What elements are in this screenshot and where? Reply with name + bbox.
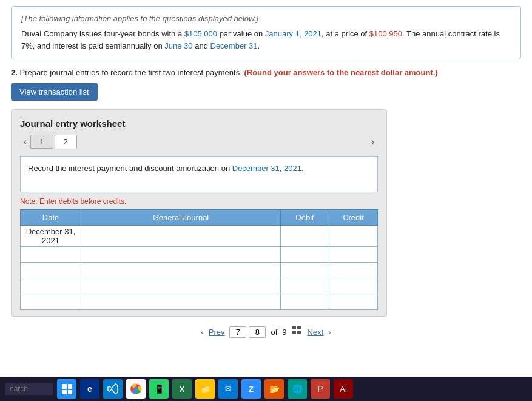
row1-journal[interactable] (81, 226, 281, 247)
tab-2[interactable]: 2 (55, 135, 77, 149)
row5-journal-input[interactable] (85, 297, 277, 306)
row2-debit[interactable] (281, 247, 329, 263)
instruction-text: Record the interest payment and discount… (28, 164, 304, 173)
pagination-row: ‹ Prev of 9 ​ Next › (11, 317, 521, 342)
row2-date (21, 247, 81, 263)
row4-journal-input[interactable] (85, 281, 277, 291)
tabs-row: ‹ 1 2 › (20, 135, 378, 149)
question-bold: (Round your answers to the nearest dolla… (244, 68, 437, 77)
row5-date (21, 294, 81, 310)
date-highlight: January 1, 2021 (265, 29, 322, 38)
question-number: 2. (11, 68, 18, 77)
svg-rect-2 (292, 331, 296, 334)
svg-rect-0 (292, 326, 296, 329)
col-header-debit: Debit (281, 210, 329, 226)
italic-note: [The following information applies to th… (21, 14, 511, 23)
dec-highlight: December 31 (210, 41, 258, 50)
col-header-credit: Credit (329, 210, 378, 226)
tab-1[interactable]: 1 (30, 135, 53, 149)
row2-journal[interactable] (81, 247, 281, 263)
row1-credit-input[interactable] (333, 232, 374, 241)
journal-table: Date General Journal Debit Credit Decemb… (20, 209, 378, 310)
table-row (21, 263, 378, 278)
next-button[interactable]: Next (308, 328, 324, 337)
instruction-box: Record the interest payment and discount… (20, 156, 378, 192)
row3-debit[interactable] (281, 263, 329, 278)
row4-date (21, 278, 81, 294)
row2-credit-input[interactable] (333, 250, 374, 259)
june-highlight: June 30 (164, 41, 192, 50)
row3-journal-input[interactable] (85, 266, 277, 275)
row1-credit[interactable] (329, 226, 378, 247)
row4-debit[interactable] (281, 278, 329, 294)
pag-right-arrow[interactable]: › (328, 328, 331, 337)
row5-debit[interactable] (281, 294, 329, 310)
page-input-group (229, 326, 266, 338)
tab-next-button[interactable]: › (368, 135, 378, 149)
row5-debit-input[interactable] (285, 297, 325, 306)
info-text: Duval Company issues four-year bonds wit… (21, 28, 511, 52)
note-text: Note: Enter debits before credits. (20, 197, 378, 206)
table-row (21, 247, 378, 263)
row4-credit-input[interactable] (333, 281, 374, 291)
svg-rect-1 (297, 326, 301, 329)
worksheet-title: Journal entry worksheet (20, 118, 378, 129)
price-highlight: $100,950 (369, 29, 402, 38)
row2-debit-input[interactable] (285, 250, 325, 259)
table-row (21, 278, 378, 294)
row3-credit-input[interactable] (333, 266, 374, 275)
row5-journal[interactable] (81, 294, 281, 310)
row2-credit[interactable] (329, 247, 378, 263)
grid-icon[interactable]: ​ (292, 325, 303, 339)
page-wrapper: [The following information applies to th… (0, 0, 532, 376)
row3-journal[interactable] (81, 263, 281, 278)
row1-debit[interactable] (281, 226, 329, 247)
row1-date: December 31,2021 (21, 226, 81, 247)
row3-debit-input[interactable] (285, 266, 325, 275)
row2-journal-input[interactable] (85, 250, 277, 259)
tab-prev-button[interactable]: ‹ (20, 135, 30, 149)
col-header-journal: General Journal (81, 210, 281, 226)
row3-date (21, 263, 81, 278)
pag-total: 9 (282, 328, 286, 337)
question-line: 2. Prepare journal entries to record the… (11, 68, 521, 77)
col-header-date: Date (21, 210, 81, 226)
row3-credit[interactable] (329, 263, 378, 278)
instruction-date: December 31, 2021 (232, 164, 301, 173)
table-row (21, 294, 378, 310)
row4-journal[interactable] (81, 278, 281, 294)
page-input-8[interactable] (249, 326, 266, 338)
row5-credit-input[interactable] (333, 297, 374, 306)
table-row: December 31,2021 (21, 226, 378, 247)
row5-credit[interactable] (329, 294, 378, 310)
worksheet-container: Journal entry worksheet ‹ 1 2 › Record t… (11, 109, 387, 317)
pag-left-arrow[interactable]: ‹ (201, 328, 203, 337)
row4-debit-input[interactable] (285, 281, 325, 291)
view-transaction-button[interactable]: View transaction list (11, 83, 98, 101)
page-input-7[interactable] (229, 326, 246, 338)
info-box: [The following information applies to th… (11, 6, 521, 59)
row1-journal-input[interactable] (85, 232, 277, 241)
row4-credit[interactable] (329, 278, 378, 294)
pag-of: of (271, 328, 277, 337)
svg-rect-3 (297, 331, 301, 334)
par-value: $105,000 (184, 29, 217, 38)
prev-button[interactable]: Prev (209, 328, 225, 337)
question-text: Prepare journal entries to record the fi… (19, 68, 241, 77)
row1-debit-input[interactable] (285, 232, 325, 241)
